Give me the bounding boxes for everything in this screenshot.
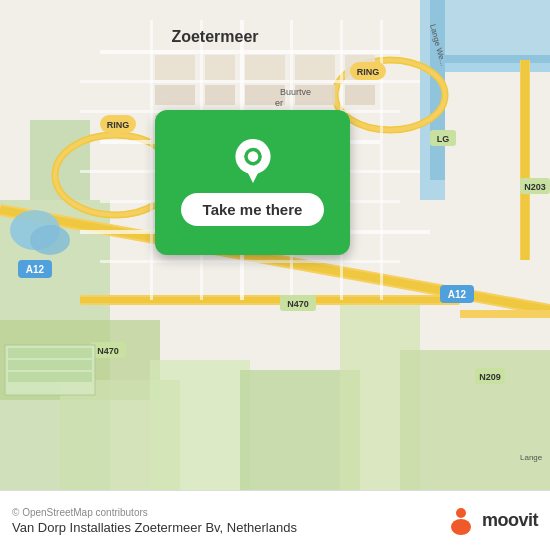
location-pin-icon [231, 139, 275, 183]
svg-rect-25 [80, 80, 420, 83]
svg-text:er: er [275, 98, 283, 108]
navigation-card[interactable]: Take me there [155, 110, 350, 255]
svg-text:A12: A12 [448, 289, 467, 300]
moovit-brand-text: moovit [482, 510, 538, 531]
svg-text:N470: N470 [97, 346, 119, 356]
svg-rect-22 [521, 60, 529, 260]
svg-rect-37 [380, 20, 383, 300]
map-attribution: © OpenStreetMap contributors [12, 507, 297, 518]
location-title: Van Dorp Installaties Zoetermeer Bv, Net… [12, 520, 297, 535]
moovit-brand-icon [445, 505, 477, 537]
svg-rect-40 [245, 55, 285, 80]
svg-rect-12 [440, 55, 550, 63]
svg-point-90 [451, 519, 471, 535]
svg-text:N209: N209 [479, 372, 501, 382]
svg-rect-31 [100, 260, 400, 263]
svg-rect-82 [8, 372, 92, 382]
svg-rect-41 [295, 55, 335, 80]
svg-rect-23 [460, 310, 550, 318]
svg-rect-39 [205, 55, 235, 80]
svg-rect-4 [150, 360, 250, 490]
svg-rect-14 [80, 297, 460, 303]
svg-rect-38 [155, 55, 195, 80]
moovit-logo: moovit [445, 505, 538, 537]
svg-text:N203: N203 [524, 182, 546, 192]
svg-marker-88 [245, 169, 259, 183]
svg-point-84 [30, 225, 70, 255]
footer-info: © OpenStreetMap contributors Van Dorp In… [12, 507, 297, 535]
svg-rect-43 [205, 85, 235, 105]
svg-text:A12: A12 [26, 264, 45, 275]
take-me-there-button[interactable]: Take me there [181, 193, 325, 226]
svg-rect-78 [445, 0, 550, 55]
svg-text:Buurtve: Buurtve [280, 87, 311, 97]
svg-rect-52 [345, 85, 375, 105]
map-container: A12 A12 RING RING RING LG N470 N470 N203… [0, 0, 550, 490]
svg-text:LG: LG [437, 134, 450, 144]
svg-text:Zoetermeer: Zoetermeer [171, 28, 258, 45]
svg-rect-42 [155, 85, 195, 105]
svg-point-87 [247, 151, 258, 162]
svg-rect-81 [8, 360, 92, 370]
svg-point-89 [456, 508, 466, 518]
svg-rect-80 [8, 348, 92, 358]
svg-rect-32 [150, 20, 153, 300]
svg-text:RING: RING [107, 120, 130, 130]
svg-rect-24 [100, 50, 400, 54]
svg-text:RING: RING [357, 67, 380, 77]
footer-bar: © OpenStreetMap contributors Van Dorp In… [0, 490, 550, 550]
svg-text:N470: N470 [287, 299, 309, 309]
svg-text:Lange: Lange [520, 453, 543, 462]
